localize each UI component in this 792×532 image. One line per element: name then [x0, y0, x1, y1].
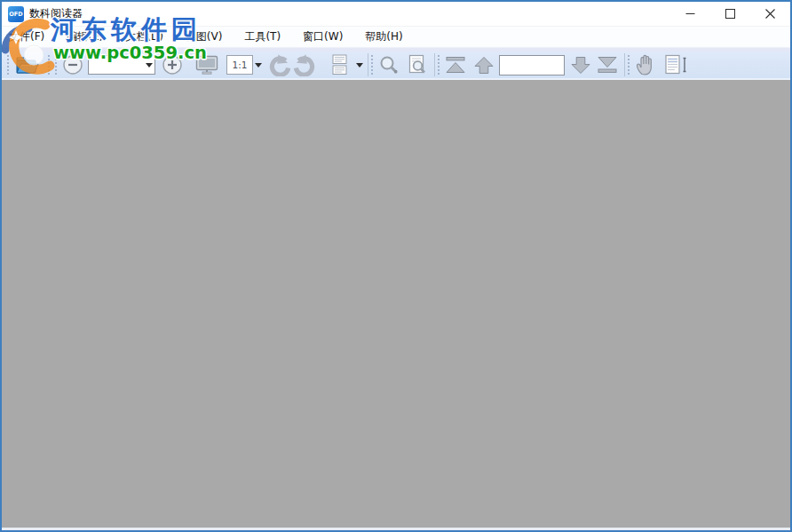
toolbar-drag-grip[interactable]	[54, 55, 58, 75]
hand-tool-button[interactable]	[630, 52, 659, 77]
menu-tools[interactable]: 工具(T)	[238, 27, 287, 47]
plus-circle-icon	[162, 54, 183, 75]
rotate-right-icon	[294, 53, 317, 76]
zoom-level-combobox[interactable]	[88, 55, 155, 75]
rotate-right-button[interactable]	[292, 52, 319, 77]
toolbar-separator	[434, 53, 435, 76]
actual-size-dropdown-button[interactable]	[253, 53, 264, 76]
zoom-out-button[interactable]	[61, 52, 84, 77]
window-controls	[670, 2, 790, 26]
text-select-icon	[664, 53, 687, 76]
magnifier-icon	[378, 54, 400, 75]
toolbar-drag-grip[interactable]	[47, 55, 51, 75]
rotate-left-icon	[267, 53, 290, 76]
maximize-button[interactable]	[710, 2, 750, 26]
bottom-strip	[2, 528, 790, 530]
open-folder-icon	[13, 53, 40, 76]
menubar: 文件(F) 编辑(E) 文档(D) 视图(V) 工具(T) 窗口(W) 帮助(H…	[2, 27, 790, 47]
next-page-button[interactable]	[567, 52, 594, 77]
page-layout-button[interactable]	[326, 52, 354, 77]
marquee-zoom-button[interactable]	[404, 52, 431, 77]
window-title: 数科阅读器	[29, 6, 83, 21]
toolbar-drag-grip[interactable]	[6, 55, 10, 75]
hand-icon	[633, 53, 656, 76]
toolbar-separator	[368, 53, 368, 76]
arrow-up-icon	[473, 56, 495, 75]
document-area[interactable]	[2, 80, 790, 528]
first-page-icon	[444, 56, 467, 74]
menu-view[interactable]: 视图(V)	[179, 27, 229, 47]
monitor-icon	[195, 54, 218, 75]
toolbar-separator	[624, 53, 625, 76]
actual-size-button[interactable]: 1:1	[226, 55, 253, 75]
menu-file[interactable]: 文件(F)	[3, 27, 51, 47]
app-window: OFD 数科阅读器 文件(F) 编辑(E) 文档(D) 视图(V) 工具(T) …	[0, 0, 792, 532]
toolbar-drag-grip[interactable]	[370, 55, 374, 75]
arrow-down-icon	[570, 56, 591, 75]
page-number-input[interactable]	[499, 55, 565, 75]
chevron-down-icon	[356, 63, 363, 67]
last-page-button[interactable]	[594, 52, 621, 77]
maximize-icon	[725, 9, 735, 19]
titlebar: OFD 数科阅读器	[2, 2, 790, 27]
menu-window[interactable]: 窗口(W)	[297, 27, 349, 47]
prev-page-button[interactable]	[471, 52, 497, 77]
chevron-down-icon	[255, 63, 262, 67]
first-page-button[interactable]	[442, 52, 469, 77]
zoom-level-dropdown-button[interactable]	[144, 53, 154, 76]
rotate-left-button[interactable]	[265, 52, 292, 77]
chevron-down-icon	[146, 63, 153, 67]
toolbar-drag-grip[interactable]	[437, 55, 440, 75]
close-icon	[765, 9, 775, 19]
menu-help[interactable]: 帮助(H)	[359, 27, 408, 47]
minus-circle-icon	[62, 54, 83, 75]
close-button[interactable]	[750, 2, 790, 26]
minimize-icon	[685, 9, 695, 19]
menu-edit[interactable]: 编辑(E)	[60, 27, 109, 47]
page-layout-icon	[331, 53, 349, 76]
toolbar: 1:1	[2, 52, 790, 80]
app-icon-label: OFD	[9, 11, 22, 18]
zoom-in-button[interactable]	[161, 52, 184, 77]
page-layout-dropdown-button[interactable]	[354, 53, 365, 76]
zoom-tool-button[interactable]	[376, 52, 402, 77]
actual-size-label: 1:1	[233, 60, 248, 70]
page-magnifier-icon	[407, 54, 428, 75]
app-icon: OFD	[8, 6, 24, 22]
menu-document[interactable]: 文档(D)	[119, 27, 170, 47]
last-page-icon	[596, 56, 619, 74]
zoom-level-input[interactable]	[89, 59, 144, 71]
fit-screen-button[interactable]	[193, 52, 221, 77]
select-text-button[interactable]	[661, 52, 691, 77]
minimize-button[interactable]	[670, 2, 710, 26]
open-file-button[interactable]	[12, 52, 42, 77]
